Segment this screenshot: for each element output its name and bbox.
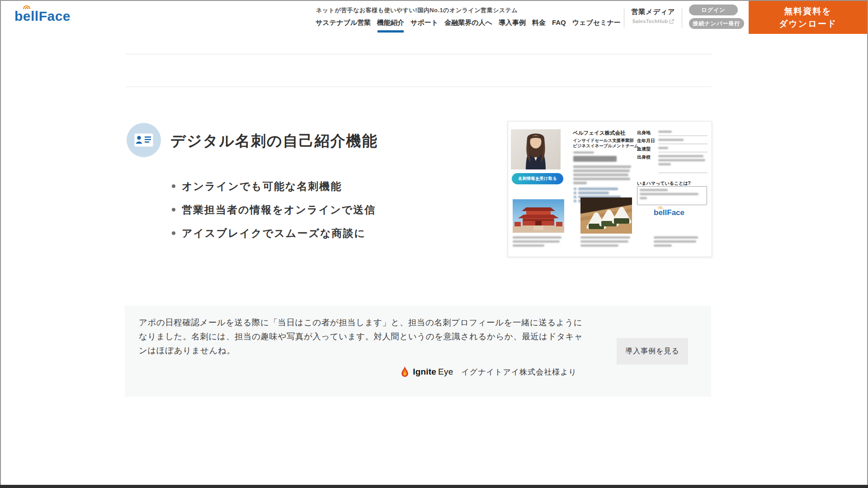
- blurred-hobby-line: [640, 197, 647, 199]
- blurred-bio-line: [573, 165, 631, 168]
- logo-caption-blurred: [654, 236, 699, 249]
- card-info-row: 出身地: [637, 130, 708, 136]
- bullet-text: 営業担当者の情報をオンラインで送信: [182, 203, 376, 217]
- blurred-bio-line: [573, 182, 587, 184]
- blurred-name: [573, 156, 617, 162]
- sales-media-link[interactable]: 営業メディア SalesTechHub: [630, 8, 676, 24]
- blurred-value: [658, 139, 684, 141]
- cta-line1: 無料資料を: [784, 5, 831, 18]
- school-label: 出身校: [637, 154, 658, 173]
- cta-line2: ダウンロード: [779, 18, 837, 30]
- contact-bullet-icon: [574, 192, 576, 194]
- blurred-contact-line: [578, 192, 609, 194]
- card-bellface-logo-text: bellFace: [654, 208, 684, 217]
- blurred-bio-line: [573, 169, 630, 172]
- list-item: オンラインでも可能な名刺機能: [172, 174, 376, 198]
- card-department-line2: ビジネスイネーブルメントチーム: [573, 143, 638, 149]
- main-nav: サステナブル営業 機能紹介 サポート 金融業界の人へ 導入事例 料金 FAQ ウ…: [316, 19, 621, 33]
- ignite-logo-bold: Ignite: [413, 367, 436, 377]
- nav-item-faq[interactable]: FAQ: [552, 19, 566, 33]
- customer-quote-text: アポの日程確認メールを送る際に「当日はこの者が担当します」と、担当の名刺プロフィ…: [139, 315, 584, 357]
- contact-bullet-icon: [574, 196, 576, 198]
- bullet-text: アイスブレイクでスムーズな商談に: [182, 226, 366, 240]
- download-icon: [536, 177, 540, 181]
- header-divider: [682, 8, 682, 28]
- card-company-name: ベルフェイス株式会社: [573, 130, 626, 136]
- blurred-hobby-line: [640, 189, 668, 191]
- card-bellface-signal-icon: [658, 206, 663, 209]
- bullet-dot: [172, 231, 175, 235]
- card-info-row: 血液型: [637, 146, 708, 152]
- free-download-cta-button[interactable]: 無料資料を ダウンロード: [749, 1, 867, 34]
- attribution-company-text: イグナイトアイ株式会社様より: [461, 367, 577, 377]
- bellface-feature-page: bellFace ネットが苦手なお客様も使いやすい!国内No.1のオンライン営業…: [0, 0, 868, 488]
- business-card-feature-icon: [127, 123, 161, 157]
- section-divider: [125, 54, 712, 55]
- blurred-bio-line: [573, 174, 628, 176]
- nav-item-pricing[interactable]: 料金: [532, 19, 546, 33]
- contact-bullet-icon: [574, 188, 576, 190]
- blurred-value: [658, 159, 705, 161]
- receive-card-button: 名刺情報を受け取る: [512, 173, 563, 184]
- blurred-bio-line: [573, 178, 630, 180]
- list-item: 営業担当者の情報をオンラインで送信: [172, 198, 376, 221]
- bullet-dot: [172, 184, 175, 188]
- blurred-value: [658, 155, 703, 157]
- nav-item-finance[interactable]: 金融業界の人へ: [444, 19, 492, 33]
- window-frame: [0, 0, 868, 488]
- nav-item-case-studies[interactable]: 導入事例: [499, 19, 526, 33]
- bellface-signal-icon: [23, 5, 31, 10]
- bullet-text: オンラインでも可能な名刺機能: [182, 179, 342, 193]
- hobby-question-label: いまハマっていることは?: [637, 180, 691, 187]
- blurred-value: [658, 131, 672, 133]
- quote-attribution: IgniteEye イグナイトアイ株式会社様より: [125, 366, 577, 378]
- blood-type-label: 血液型: [637, 146, 658, 152]
- external-link-icon: [669, 19, 674, 24]
- onigiri-photo: [580, 197, 632, 234]
- hobby-answer-box: [637, 186, 707, 205]
- birthplace-label: 出身地: [637, 130, 658, 136]
- blurred-contact-line: [578, 188, 618, 190]
- temple-caption-blurred: [513, 236, 562, 249]
- section-divider: [125, 86, 712, 87]
- header-divider: [624, 8, 624, 28]
- sales-media-subtitle: SalesTechHub: [632, 19, 668, 24]
- digital-business-card-preview: 名刺情報を受け取る ベルフェイス株式会社 インサイドセールス支援事業部 ビジネス…: [508, 121, 712, 257]
- nav-item-features[interactable]: 機能紹介: [377, 19, 404, 33]
- view-case-studies-button[interactable]: 導入事例を見る: [617, 338, 688, 365]
- list-item: アイスブレイクでスムーズな商談に: [172, 221, 376, 245]
- ignite-logo-light: Eye: [438, 367, 453, 377]
- birthdate-label: 生年月日: [637, 138, 658, 144]
- bullet-dot: [172, 208, 175, 211]
- site-header: bellFace ネットが苦手なお客様も使いやすい!国内No.1のオンライン営業…: [1, 1, 867, 34]
- feature-bullet-list: オンラインでも可能な名刺機能 営業担当者の情報をオンラインで送信 アイスブレイク…: [172, 174, 376, 245]
- contact-bullet-icon: [574, 200, 576, 202]
- temple-photo: [513, 199, 564, 233]
- blurred-hobby-line: [640, 193, 698, 195]
- login-button[interactable]: ログイン: [689, 5, 738, 15]
- customer-quote-section: アポの日程確認メールを送る際に「当日はこの者が担当します」と、担当の名刺プロフィ…: [125, 306, 711, 397]
- window-bottom-bar: [0, 485, 868, 488]
- onigiri-caption-blurred: [580, 236, 631, 249]
- feature-heading: デジタル名刺の自己紹介機能: [170, 131, 378, 151]
- nav-item-webinar[interactable]: ウェブセミナー: [572, 19, 621, 33]
- nav-item-support[interactable]: サポート: [410, 19, 438, 33]
- blurred-value: [658, 147, 668, 149]
- blurred-value: [658, 163, 671, 165]
- ignite-eye-logo: IgniteEye: [413, 367, 453, 377]
- card-info-row: 出身校: [637, 154, 708, 173]
- bellface-logo-text: bellFace: [14, 9, 71, 23]
- id-card-icon: [134, 133, 153, 147]
- blurred-name-furigana: [573, 151, 594, 154]
- sales-media-title: 営業メディア: [630, 8, 676, 16]
- card-info-row: 生年月日: [637, 138, 708, 144]
- connect-number-button[interactable]: 接続ナンバー発行: [689, 18, 744, 29]
- nav-item-sustainable-sales[interactable]: サステナブル営業: [316, 19, 371, 33]
- profile-photo: [511, 129, 561, 169]
- site-tagline: ネットが苦手なお客様も使いやすい!国内No.1のオンライン営業システム: [316, 6, 518, 14]
- bellface-logo[interactable]: bellFace: [14, 9, 71, 24]
- flame-icon: [401, 366, 409, 378]
